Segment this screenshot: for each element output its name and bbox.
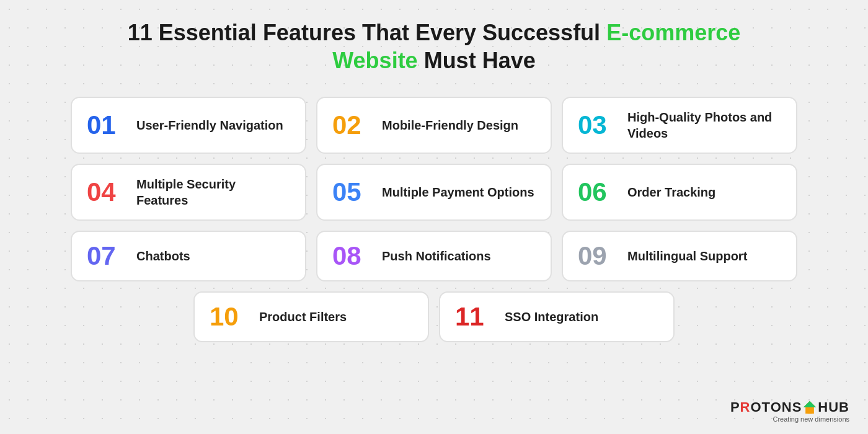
card-number-06: 06 xyxy=(578,179,615,205)
logo-hub: HUB xyxy=(818,399,849,415)
row-4: 10 Product Filters 11 SSO Integration xyxy=(37,291,831,342)
card-number-11: 11 xyxy=(455,304,492,330)
title-website: Website xyxy=(332,48,417,73)
card-label-09: Multilingual Support xyxy=(627,248,747,264)
title-highlight: E-commerce xyxy=(606,20,740,45)
feature-card-01: 01 User-Friendly Navigation xyxy=(71,97,306,154)
feature-card-10: 10 Product Filters xyxy=(193,291,429,342)
title-part3: Must Have xyxy=(418,48,536,73)
feature-card-04: 04 Multiple Security Features xyxy=(71,164,306,221)
card-label-11: SSO Integration xyxy=(505,309,598,325)
feature-card-08: 08 Push Notifications xyxy=(316,231,552,281)
card-number-09: 09 xyxy=(578,243,615,269)
logo-area: PROTONS HUB Creating new dimensions xyxy=(730,399,849,423)
card-number-04: 04 xyxy=(87,179,124,205)
svg-rect-1 xyxy=(808,409,812,414)
card-label-02: Mobile-Friendly Design xyxy=(382,117,518,133)
card-number-01: 01 xyxy=(87,112,124,138)
feature-card-11: 11 SSO Integration xyxy=(439,291,675,342)
logo-protons: PROTONS xyxy=(730,399,802,415)
card-number-08: 08 xyxy=(332,243,370,269)
card-number-10: 10 xyxy=(210,304,247,330)
logo: PROTONS HUB xyxy=(730,399,849,415)
feature-card-05: 05 Multiple Payment Options xyxy=(316,164,552,221)
feature-card-07: 07 Chatbots xyxy=(71,231,306,281)
page-container: 11 Essential Features That Every Success… xyxy=(0,0,868,434)
card-number-07: 07 xyxy=(87,243,124,269)
page-title: 11 Essential Features That Every Success… xyxy=(128,19,740,74)
card-label-01: User-Friendly Navigation xyxy=(136,117,283,133)
title-part1: 11 Essential Features That Every Success… xyxy=(128,20,606,45)
card-label-03: High-Quality Photos and Videos xyxy=(627,109,781,141)
feature-card-09: 09 Multilingual Support xyxy=(562,231,797,281)
feature-card-03: 03 High-Quality Photos and Videos xyxy=(562,97,797,154)
card-number-02: 02 xyxy=(332,112,370,138)
card-label-08: Push Notifications xyxy=(382,248,491,264)
card-label-05: Multiple Payment Options xyxy=(382,184,534,200)
features-grid: 01 User-Friendly Navigation 02 Mobile-Fr… xyxy=(37,97,831,342)
card-label-04: Multiple Security Features xyxy=(136,176,290,208)
card-label-06: Order Tracking xyxy=(627,184,715,200)
row-1: 01 User-Friendly Navigation 02 Mobile-Fr… xyxy=(37,97,831,154)
row-3: 07 Chatbots 08 Push Notifications 09 Mul… xyxy=(37,231,831,281)
card-number-05: 05 xyxy=(332,179,370,205)
logo-tagline: Creating new dimensions xyxy=(773,415,849,423)
hat-icon xyxy=(802,400,817,415)
feature-card-02: 02 Mobile-Friendly Design xyxy=(316,97,552,154)
card-label-10: Product Filters xyxy=(259,309,347,325)
feature-card-06: 06 Order Tracking xyxy=(562,164,797,221)
card-label-07: Chatbots xyxy=(136,248,190,264)
row-2: 04 Multiple Security Features 05 Multipl… xyxy=(37,164,831,221)
svg-marker-2 xyxy=(804,401,817,407)
card-number-03: 03 xyxy=(578,112,615,138)
